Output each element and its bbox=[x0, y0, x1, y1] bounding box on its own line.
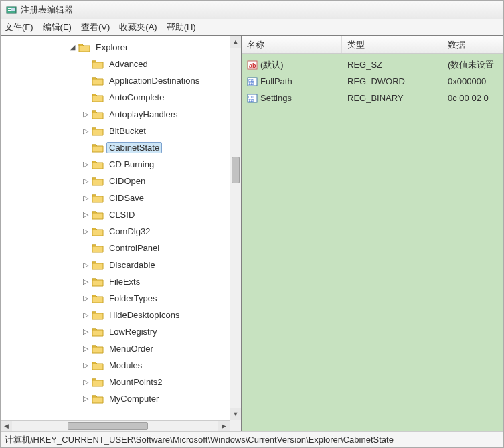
svg-text:110: 110 bbox=[248, 82, 254, 86]
tree-node-menuorder[interactable]: ▷MenuOrder bbox=[1, 340, 230, 357]
folder-icon bbox=[92, 226, 104, 237]
expand-icon[interactable]: ▷ bbox=[81, 344, 90, 353]
tree-node-autoplayhandlers[interactable]: ▷AutoplayHandlers bbox=[1, 106, 230, 123]
tree-node-clsid[interactable]: ▷CLSID bbox=[1, 206, 230, 223]
value-data-cell: 0x000000 bbox=[442, 76, 503, 86]
svg-rect-1 bbox=[8, 8, 11, 9]
values-list[interactable]: ab(默认)REG_SZ(数值未设置011110FullPathREG_DWOR… bbox=[242, 54, 503, 431]
folder-icon bbox=[92, 76, 104, 86]
col-header-name[interactable]: 名称 bbox=[242, 36, 342, 53]
value-type-cell: REG_BINARY bbox=[342, 93, 442, 103]
binary-value-icon: 011110 bbox=[247, 93, 258, 104]
value-row[interactable]: ab(默认)REG_SZ(数值未设置 bbox=[242, 56, 503, 73]
menu-edit[interactable]: 编辑(E) bbox=[43, 21, 72, 33]
tree-node-advanced[interactable]: Advanced bbox=[1, 56, 230, 72]
expand-icon[interactable]: ▷ bbox=[81, 110, 90, 119]
collapse-icon[interactable]: ◢ bbox=[68, 43, 77, 52]
folder-icon bbox=[92, 126, 104, 137]
expand-icon[interactable]: ▷ bbox=[81, 361, 90, 370]
tree-node-explorer[interactable]: ◢Explorer bbox=[1, 39, 230, 56]
expand-icon[interactable]: ▷ bbox=[81, 160, 90, 169]
scroll-thumb[interactable] bbox=[68, 422, 148, 430]
tree-node-bitbucket[interactable]: ▷BitBucket bbox=[1, 123, 230, 139]
scroll-corner bbox=[230, 420, 241, 431]
folder-icon bbox=[92, 243, 104, 254]
tree-label: AutoplayHandlers bbox=[106, 108, 181, 120]
tree-node-applicationdestinations[interactable]: ApplicationDestinations bbox=[1, 72, 230, 89]
expand-icon[interactable]: ▷ bbox=[81, 294, 90, 303]
horizontal-scrollbar[interactable]: ◀ ▶ bbox=[1, 420, 230, 431]
value-name: Settings bbox=[260, 93, 292, 103]
expand-icon[interactable]: ▷ bbox=[81, 227, 90, 236]
folder-icon bbox=[92, 143, 104, 153]
expand-icon[interactable]: ▷ bbox=[81, 378, 90, 386]
tree-node-cabinetstate[interactable]: CabinetState bbox=[1, 139, 230, 156]
tree-label: ApplicationDestinations bbox=[106, 75, 202, 86]
folder-icon bbox=[92, 92, 104, 103]
expand-icon[interactable]: ▷ bbox=[81, 127, 90, 135]
folder-icon bbox=[92, 210, 104, 220]
expand-icon[interactable]: ▷ bbox=[81, 194, 90, 202]
tree-label: HideDesktopIcons bbox=[106, 309, 183, 321]
col-header-data[interactable]: 数据 bbox=[442, 36, 503, 53]
menubar: 文件(F) 编辑(E) 查看(V) 收藏夹(A) 帮助(H) bbox=[1, 19, 503, 35]
tree-node-discardable[interactable]: ▷Discardable bbox=[1, 256, 230, 273]
tree-pane: ◢ExplorerAdvancedApplicationDestinations… bbox=[1, 36, 242, 431]
tree-node-lowregistry[interactable]: ▷LowRegistry bbox=[1, 323, 230, 340]
expand-icon[interactable]: ▷ bbox=[81, 177, 90, 185]
tree-node-autocomplete[interactable]: AutoComplete bbox=[1, 89, 230, 106]
scroll-down-button[interactable]: ▼ bbox=[230, 408, 241, 420]
tree-node-foldertypes[interactable]: ▷FolderTypes bbox=[1, 290, 230, 307]
tree-label: CD Burning bbox=[106, 159, 157, 170]
scroll-up-button[interactable]: ▲ bbox=[230, 36, 241, 48]
menu-file[interactable]: 文件(F) bbox=[5, 21, 33, 33]
folder-icon bbox=[92, 394, 104, 404]
folder-icon bbox=[92, 310, 104, 321]
tree-node-mycomputer[interactable]: ▷MyComputer bbox=[1, 390, 230, 407]
tree-label: MenuOrder bbox=[106, 343, 156, 354]
menu-view[interactable]: 查看(V) bbox=[81, 21, 110, 33]
expand-icon[interactable]: ▷ bbox=[81, 260, 90, 269]
tree-node-mountpoints2[interactable]: ▷MountPoints2 bbox=[1, 374, 230, 390]
app-icon bbox=[6, 5, 17, 15]
folder-icon bbox=[92, 176, 104, 187]
menu-favorites[interactable]: 收藏夹(A) bbox=[119, 21, 157, 33]
tree-label: LowRegistry bbox=[106, 326, 160, 338]
col-header-type[interactable]: 类型 bbox=[342, 36, 442, 53]
registry-tree[interactable]: ◢ExplorerAdvancedApplicationDestinations… bbox=[1, 36, 230, 410]
tree-label: Discardable bbox=[106, 259, 158, 271]
vertical-scrollbar[interactable]: ▲ ▼ bbox=[230, 36, 241, 420]
expand-icon[interactable]: ▷ bbox=[81, 311, 90, 319]
scroll-left-button[interactable]: ◀ bbox=[1, 421, 12, 431]
expand-icon[interactable]: ▷ bbox=[81, 210, 90, 219]
statusbar: 计算机\HKEY_CURRENT_USER\Software\Microsoft… bbox=[1, 431, 503, 447]
expand-icon[interactable]: ▷ bbox=[81, 277, 90, 286]
content-area: ◢ExplorerAdvancedApplicationDestinations… bbox=[1, 35, 503, 431]
value-row[interactable]: 011110FullPathREG_DWORD0x000000 bbox=[242, 73, 503, 90]
window-title: 注册表编辑器 bbox=[21, 4, 73, 16]
folder-icon bbox=[92, 59, 104, 70]
binary-value-icon: 011110 bbox=[247, 76, 258, 87]
tree-node-hidedesktopicons[interactable]: ▷HideDesktopIcons bbox=[1, 307, 230, 323]
tree-node-cidopen[interactable]: ▷CIDOpen bbox=[1, 173, 230, 190]
string-value-icon: ab bbox=[247, 60, 258, 70]
menu-help[interactable]: 帮助(H) bbox=[167, 21, 196, 33]
expand-icon[interactable]: ▷ bbox=[81, 394, 90, 403]
tree-label: Explorer bbox=[93, 42, 131, 53]
tree-node-fileexts[interactable]: ▷FileExts bbox=[1, 273, 230, 290]
tree-label: CIDOpen bbox=[106, 175, 148, 187]
tree-node-comdlg32[interactable]: ▷ComDlg32 bbox=[1, 223, 230, 240]
value-name-cell: 011110FullPath bbox=[242, 76, 342, 87]
expand-icon[interactable]: ▷ bbox=[81, 327, 90, 336]
tree-node-cidsave[interactable]: ▷CIDSave bbox=[1, 190, 230, 206]
tree-node-cd-burning[interactable]: ▷CD Burning bbox=[1, 156, 230, 173]
value-name: (默认) bbox=[260, 59, 284, 71]
folder-icon bbox=[92, 293, 104, 304]
scroll-thumb[interactable] bbox=[232, 157, 240, 183]
tree-node-controlpanel[interactable]: ControlPanel bbox=[1, 240, 230, 256]
titlebar[interactable]: 注册表编辑器 bbox=[1, 1, 503, 19]
values-pane: 名称 类型 数据 ab(默认)REG_SZ(数值未设置011110FullPat… bbox=[242, 36, 503, 431]
value-row[interactable]: 011110SettingsREG_BINARY0c 00 02 0 bbox=[242, 90, 503, 106]
scroll-right-button[interactable]: ▶ bbox=[218, 421, 230, 431]
tree-node-modules[interactable]: ▷Modules bbox=[1, 357, 230, 374]
